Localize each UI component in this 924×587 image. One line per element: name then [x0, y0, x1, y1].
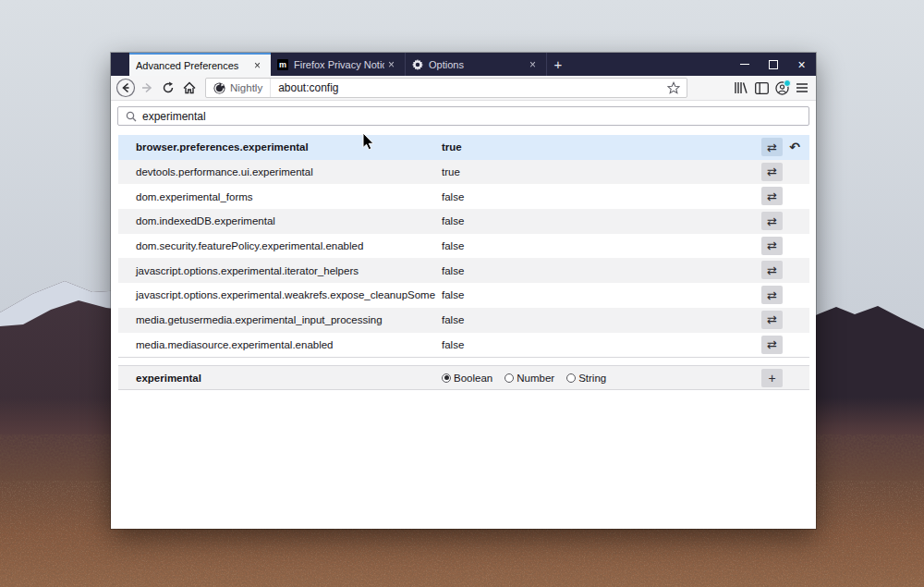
sidebar-icon[interactable]: [755, 82, 769, 94]
gear-icon: [412, 59, 423, 70]
home-button[interactable]: [178, 78, 200, 98]
desktop-background: Advanced Preferences × m Firefox Privacy…: [0, 0, 924, 587]
radio-number[interactable]: Number: [505, 373, 554, 384]
navigation-toolbar: Nightly about:config: [111, 76, 816, 101]
toggle-icon[interactable]: ⇄: [761, 237, 783, 255]
pref-name: dom.experimental_forms: [118, 191, 442, 202]
radio-selected-icon: [442, 373, 451, 383]
bookmark-star-icon[interactable]: [661, 81, 687, 94]
pref-name: javascript.options.experimental.weakrefs…: [118, 289, 442, 300]
tab-label: Options: [429, 59, 526, 70]
maximize-button[interactable]: [759, 53, 787, 76]
search-input[interactable]: experimental: [117, 106, 809, 126]
pref-row[interactable]: media.mediasource.experimental.enabled f…: [118, 333, 809, 358]
tab-firefox-privacy-notice[interactable]: m Firefox Privacy Notice — Mozi ×: [271, 53, 406, 76]
pref-row[interactable]: dom.indexedDB.experimental false ⇄: [118, 209, 809, 234]
toggle-icon[interactable]: ⇄: [761, 286, 783, 304]
tab-bar: Advanced Preferences × m Firefox Privacy…: [111, 53, 816, 76]
pref-name: browser.preferences.experimental: [118, 141, 442, 153]
nightly-logo-icon: [213, 82, 225, 94]
tab-close-icon[interactable]: ×: [250, 58, 264, 73]
new-tab-button[interactable]: +: [547, 53, 569, 76]
toggle-icon[interactable]: ⇄: [761, 138, 783, 156]
pref-name: media.getusermedia.experimental_input_pr…: [118, 314, 442, 325]
radio-label: Boolean: [454, 373, 492, 384]
pref-name: javascript.options.experimental.iterator…: [118, 265, 442, 276]
tab-label: Advanced Preferences: [136, 60, 250, 71]
tab-label: Firefox Privacy Notice — Mozi: [294, 59, 384, 70]
tab-close-icon[interactable]: ×: [384, 57, 398, 72]
pref-name: media.mediasource.experimental.enabled: [118, 339, 442, 350]
tab-advanced-preferences[interactable]: Advanced Preferences ×: [129, 53, 271, 76]
toggle-icon[interactable]: ⇄: [761, 336, 783, 354]
close-icon: ×: [797, 58, 805, 71]
toggle-icon[interactable]: ⇄: [761, 212, 783, 230]
add-pref-button[interactable]: +: [761, 369, 783, 387]
mouse-cursor: [362, 133, 375, 152]
toolbar-right-icons: [734, 81, 812, 95]
forward-button[interactable]: [136, 78, 157, 98]
pref-value: false: [442, 314, 809, 325]
pref-value: false: [442, 265, 809, 276]
tab-options[interactable]: Options ×: [406, 53, 547, 76]
search-icon: [118, 111, 137, 122]
mozilla-m-icon: m: [277, 59, 288, 70]
titlebar-drag-space: [111, 53, 129, 76]
maximize-icon: [769, 60, 778, 69]
library-icon[interactable]: [734, 81, 748, 94]
identity-label: Nightly: [230, 82, 262, 93]
minimize-button[interactable]: [730, 53, 759, 76]
reset-icon[interactable]: ↶: [785, 138, 804, 156]
pref-row[interactable]: dom.experimental_forms false ⇄: [118, 184, 809, 209]
new-pref-name: experimental: [118, 373, 442, 384]
pref-value: false: [442, 240, 809, 251]
pref-row[interactable]: javascript.options.experimental.iterator…: [118, 258, 809, 283]
pref-name: devtools.performance.ui.experimental: [118, 166, 442, 177]
about-config-page: experimental browser.preferences.experim…: [111, 101, 816, 529]
pref-name: dom.security.featurePolicy.experimental.…: [118, 240, 442, 251]
notification-dot: [784, 79, 791, 87]
titlebar-spacer: [569, 53, 730, 76]
pref-row[interactable]: javascript.options.experimental.weakrefs…: [118, 283, 809, 308]
tab-close-icon[interactable]: ×: [526, 57, 540, 72]
close-button[interactable]: ×: [787, 53, 816, 76]
search-value[interactable]: experimental: [137, 110, 206, 123]
pref-value: true: [442, 166, 809, 177]
toggle-icon[interactable]: ⇄: [761, 163, 783, 181]
pref-value: true: [442, 141, 809, 153]
radio-label: Number: [517, 373, 554, 384]
pref-row[interactable]: devtools.performance.ui.experimental tru…: [118, 160, 809, 185]
toggle-icon[interactable]: ⇄: [761, 261, 783, 279]
pref-row[interactable]: browser.preferences.experimental true ⇄ …: [118, 135, 809, 160]
account-icon[interactable]: [775, 81, 789, 95]
pref-name: dom.indexedDB.experimental: [118, 215, 442, 226]
preferences-table: browser.preferences.experimental true ⇄ …: [118, 135, 809, 358]
radio-boolean[interactable]: Boolean: [442, 373, 492, 384]
site-identity-badge[interactable]: Nightly: [206, 79, 271, 97]
pref-row[interactable]: media.getusermedia.experimental_input_pr…: [118, 308, 809, 333]
window-controls: ×: [730, 53, 816, 76]
minimize-icon: [740, 64, 749, 65]
radio-icon: [566, 373, 576, 383]
radio-label: String: [578, 373, 606, 384]
url-bar[interactable]: Nightly about:config: [205, 78, 687, 98]
reload-button[interactable]: [157, 78, 178, 98]
radio-string[interactable]: String: [566, 373, 606, 384]
pref-value: false: [442, 289, 809, 300]
type-radio-group: Boolean Number String: [442, 373, 606, 384]
toggle-icon[interactable]: ⇄: [761, 187, 783, 205]
menu-icon[interactable]: [796, 82, 808, 93]
toggle-icon[interactable]: ⇄: [761, 311, 783, 329]
add-preference-row: experimental Boolean Number String: [118, 365, 809, 390]
pref-value: false: [442, 191, 809, 202]
radio-icon: [505, 373, 514, 383]
pref-value: false: [442, 215, 809, 226]
url-text[interactable]: about:config: [271, 81, 661, 94]
back-button[interactable]: [115, 78, 136, 98]
pref-row[interactable]: dom.security.featurePolicy.experimental.…: [118, 234, 809, 259]
browser-window: Advanced Preferences × m Firefox Privacy…: [111, 53, 816, 529]
pref-value: false: [442, 339, 809, 350]
